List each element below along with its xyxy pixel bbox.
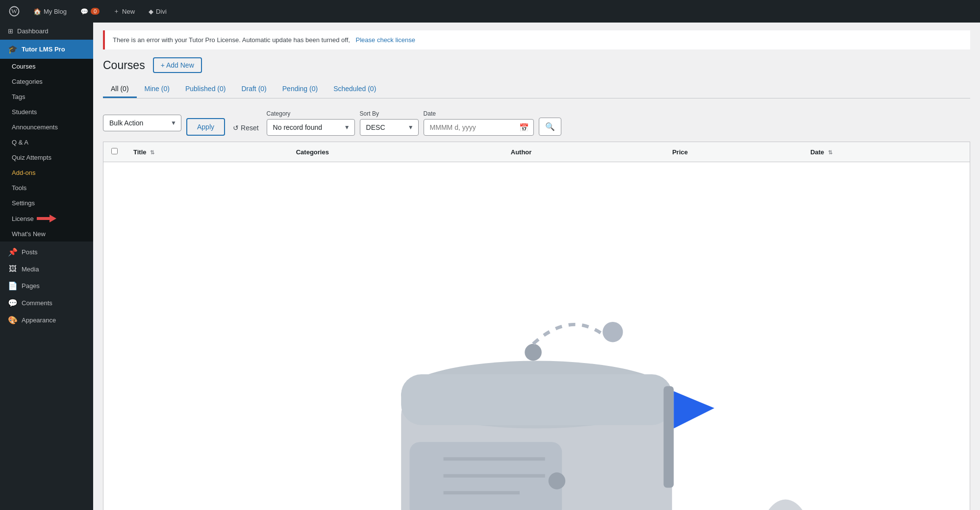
admin-bar: W 🏠 My Blog 💬 0 ＋ New ◆ Divi	[0, 0, 980, 23]
bulk-action-wrapper: Bulk Action ▼	[103, 115, 181, 131]
tab-mine[interactable]: Mine (0)	[137, 81, 177, 98]
comments-link[interactable]: 💬 0	[77, 6, 102, 17]
svg-rect-19	[401, 374, 672, 425]
sortby-select-wrapper: DESC ▼	[360, 119, 419, 136]
category-select-wrapper: No record found ▼	[267, 119, 355, 136]
categories-header: Categories	[288, 142, 503, 162]
author-header: Author	[503, 142, 664, 162]
divi-icon: ◆	[149, 8, 153, 15]
sidebar-item-comments[interactable]: 💬 Comments	[0, 294, 93, 312]
new-content-link[interactable]: ＋ New	[110, 5, 138, 18]
apply-button[interactable]: Apply	[186, 118, 225, 136]
empty-state	[103, 162, 970, 510]
tab-published[interactable]: Published (0)	[177, 81, 234, 98]
svg-point-13	[549, 472, 566, 489]
pages-icon: 📄	[8, 281, 18, 291]
sidebar-item-qa[interactable]: Q & A	[0, 135, 93, 150]
search-button[interactable]: 🔍	[539, 118, 561, 136]
error-notice: There is an error with your Tutor Pro Li…	[103, 30, 970, 49]
tutor-icon: 🎓	[8, 45, 18, 54]
sidebar-item-whats-new[interactable]: What's New	[0, 226, 93, 242]
tab-all[interactable]: All (0)	[103, 81, 137, 98]
sortby-label: Sort By	[360, 110, 419, 117]
check-license-link[interactable]: Please check license	[356, 36, 415, 44]
sidebar-item-students[interactable]: Students	[0, 104, 93, 120]
license-arrow-icon	[37, 215, 56, 222]
empty-illustration	[113, 192, 960, 510]
date-filter-group: Date 📅	[424, 110, 534, 136]
main-layout: ⊞ Dashboard 🎓 Tutor LMS Pro Courses Cate…	[0, 23, 980, 510]
page-content: Courses + Add New All (0) Mine (0) Publi…	[93, 49, 980, 510]
content-area: There is an error with your Tutor Pro Li…	[93, 23, 980, 510]
title-sort-icon: ⇅	[150, 149, 154, 155]
date-input-wrapper: 📅	[424, 119, 534, 136]
home-icon: 🏠	[33, 8, 41, 15]
table-body	[103, 162, 970, 510]
price-header: Price	[664, 142, 803, 162]
sidebar-item-courses[interactable]: Courses	[0, 59, 93, 74]
appearance-icon: 🎨	[8, 316, 18, 325]
table-header-row: Title ⇅ Categories Author Price	[103, 142, 970, 162]
sidebar-item-pages[interactable]: 📄 Pages	[0, 277, 93, 294]
sidebar-item-media[interactable]: 🖼 Media	[0, 261, 93, 277]
sidebar-item-announcements[interactable]: Announcements	[0, 120, 93, 135]
reset-icon: ↺	[233, 124, 239, 132]
category-filter-group: Category No record found ▼	[267, 110, 355, 136]
svg-rect-20	[664, 386, 674, 487]
filter-bar: Bulk Action ▼ Apply ↺ Reset Category	[103, 106, 970, 142]
sidebar-item-quiz-attempts[interactable]: Quiz Attempts	[0, 150, 93, 165]
divi-link[interactable]: ◆ Divi	[146, 6, 170, 17]
tab-pending[interactable]: Pending (0)	[275, 81, 326, 98]
sidebar-item-license[interactable]: License	[0, 211, 93, 226]
svg-point-23	[603, 322, 623, 342]
sidebar-item-dashboard[interactable]: ⊞ Dashboard	[0, 23, 93, 40]
select-all-header	[103, 142, 126, 162]
select-all-checkbox[interactable]	[111, 148, 118, 154]
svg-point-5	[758, 500, 813, 510]
svg-marker-2	[37, 215, 56, 222]
comments-sidebar-icon: 💬	[8, 298, 18, 308]
sidebar-item-settings[interactable]: Settings	[0, 195, 93, 211]
site-name-link[interactable]: 🏠 My Blog	[30, 6, 70, 17]
media-icon: 🖼	[8, 265, 18, 273]
posts-icon: 📌	[8, 247, 18, 257]
tutor-submenu: Courses Categories Tags Students Announc…	[0, 59, 93, 242]
date-sort-icon: ⇅	[828, 149, 832, 155]
reset-button[interactable]: ↺ Reset	[230, 120, 262, 136]
page-header: Courses + Add New	[103, 57, 970, 73]
sortby-filter-group: Sort By DESC ▼	[360, 110, 419, 136]
category-label: Category	[267, 110, 355, 117]
tab-scheduled[interactable]: Scheduled (0)	[326, 81, 384, 98]
tabs-row: All (0) Mine (0) Published (0) Draft (0)…	[103, 81, 970, 98]
search-icon: 🔍	[545, 122, 555, 131]
svg-text:W: W	[11, 7, 18, 15]
sidebar-item-categories[interactable]: Categories	[0, 74, 93, 89]
sidebar-item-appearance[interactable]: 🎨 Appearance	[0, 312, 93, 329]
svg-point-22	[525, 344, 542, 361]
date-label: Date	[424, 110, 534, 117]
wp-logo-icon[interactable]: W	[6, 4, 23, 19]
sidebar-item-tags[interactable]: Tags	[0, 89, 93, 104]
sidebar: ⊞ Dashboard 🎓 Tutor LMS Pro Courses Cate…	[0, 23, 93, 510]
sidebar-item-add-ons[interactable]: Add-ons	[0, 165, 93, 180]
dashboard-icon: ⊞	[8, 27, 13, 35]
sortby-select[interactable]: DESC	[360, 119, 419, 136]
empty-state-row	[103, 162, 970, 510]
tab-draft[interactable]: Draft (0)	[233, 81, 274, 98]
sidebar-item-tools[interactable]: Tools	[0, 180, 93, 195]
bulk-action-select[interactable]: Bulk Action	[103, 115, 181, 131]
page-title: Courses	[103, 59, 145, 72]
comment-bubble-icon: 💬	[80, 8, 88, 15]
title-header[interactable]: Title ⇅	[126, 142, 288, 162]
add-new-button[interactable]: + Add New	[153, 57, 202, 73]
sidebar-item-tutor-lms-pro[interactable]: 🎓 Tutor LMS Pro	[0, 40, 93, 59]
sidebar-item-posts[interactable]: 📌 Posts	[0, 243, 93, 261]
category-select[interactable]: No record found	[267, 119, 355, 136]
courses-table: Title ⇅ Categories Author Price	[103, 142, 970, 510]
svg-marker-21	[674, 391, 714, 429]
date-input[interactable]	[424, 119, 534, 136]
date-header[interactable]: Date ⇅	[803, 142, 970, 162]
bulk-action-group: Bulk Action ▼	[103, 115, 181, 131]
plus-icon: ＋	[113, 7, 120, 16]
